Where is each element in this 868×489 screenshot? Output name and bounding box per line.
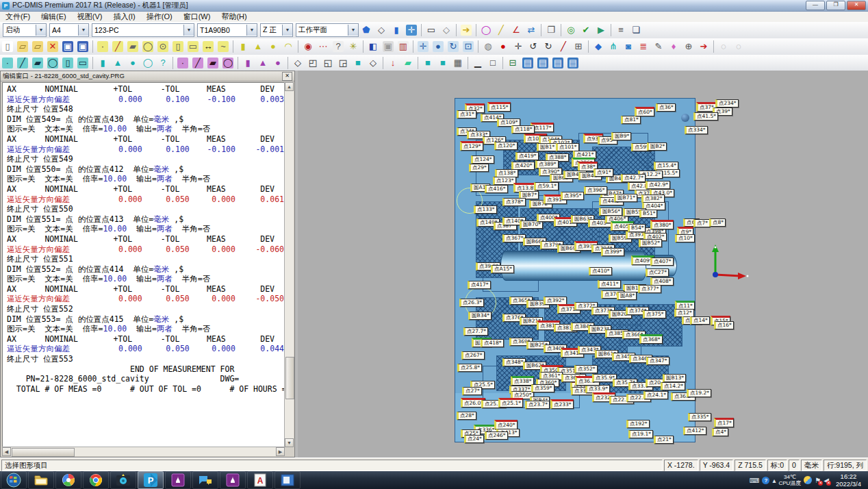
edit-window-content[interactable]: AX NOMINAL+TOL-TOLMEASDEV逼近矢量方向偏差0.0000.… [2,82,285,447]
feature-label[interactable]: B54* [628,224,646,232]
feature-label[interactable]: 点233* [550,399,574,409]
feature-label[interactable]: 点338* [511,376,534,386]
scroll-thumb[interactable] [285,357,294,399]
feature-label[interactable]: 点267* [461,351,485,360]
feature-label[interactable]: 点246* [485,431,508,440]
open-folder-button[interactable]: ▱ [16,40,29,53]
close-button[interactable]: ✕ [847,1,866,10]
scroll-right-icon[interactable]: ▶ [276,447,285,456]
feature-label[interactable]: 点8* [709,218,726,227]
blue-window[interactable] [275,471,301,489]
copy-pages-button[interactable]: ❐ [544,23,558,37]
feature-label[interactable]: 圆B9* [611,132,631,140]
save-gray-button[interactable]: ▣ [381,40,395,53]
feature-label[interactable]: 点407* [650,258,674,266]
feature-label[interactable]: 点4* [712,428,728,436]
edit-window-close-icon[interactable]: ✕ [282,72,292,81]
edit-window-titlebar[interactable]: 编辑窗口 - 21-8228_6000_std_cavity.PRG ✕ [1,71,294,82]
help-tray-icon[interactable]: ? [762,477,769,484]
chevron-down-icon[interactable]: ▼ [78,25,88,36]
cad-view[interactable]: 点32*点115*点31*点414*点109*点34*点333*点126*点12… [298,71,868,457]
feature-label[interactable]: 圆B71* [614,194,637,202]
restore-button[interactable]: ❐ [826,1,845,10]
feature-label[interactable]: 点7* [693,219,710,227]
half-view-button[interactable]: ◧ [366,40,380,53]
view-solid-button[interactable]: ■ [351,56,365,70]
feature-label[interactable]: 点115* [487,102,511,112]
feature-label[interactable]: 点A15* [491,265,514,273]
probe-mode-button[interactable]: ⬟ [359,23,373,37]
cube-mode-button[interactable]: ◇ [374,23,388,37]
auto-cylinder-button[interactable]: ▮ [96,56,110,70]
solid-part-button[interactable]: ◆ [591,40,605,53]
editor-horizontal-scrollbar[interactable]: ◀ ▶ [2,447,285,456]
cpu-temp-widget[interactable]: 34℃ CPU温度 [778,474,801,486]
feature-label[interactable]: 点352* [574,365,598,373]
feature-label[interactable]: 点19.1* [628,430,653,438]
auto-circle-button[interactable]: ◯ [46,56,60,70]
feature-label[interactable]: 圆B1* [537,143,557,151]
feature-label[interactable]: 点129* [460,141,483,151]
capture-camera-button[interactable]: ◙ [622,40,635,53]
view-wire-button[interactable]: ◇ [366,56,380,70]
constructed-plane-button[interactable]: ▰ [206,56,220,70]
messenger[interactable] [192,471,218,489]
feature-label[interactable]: 圆B2* [647,142,667,151]
feature-label[interactable]: 点124* [471,155,494,164]
view-move-button[interactable]: ✛ [416,40,430,53]
feature-label[interactable]: 点31* [457,110,476,118]
toggle-mode-button[interactable]: ↔ [201,40,215,53]
comment-button[interactable]: ▭ [424,23,438,37]
lamp-button[interactable]: ♦ [667,40,680,53]
mesh-sphere-button[interactable]: ✳ [346,40,360,53]
auto-sphere-button[interactable]: ● [126,56,140,70]
shaded-cube-1-button[interactable]: ■ [421,56,435,70]
menu-item-6[interactable]: 帮助(H) [216,11,252,23]
feature-label[interactable]: 点347* [646,357,669,365]
auto-square-slot-button[interactable]: ▭ [76,56,90,70]
feature-label[interactable]: 点417* [468,281,491,289]
feature-label[interactable]: 点21* [654,436,674,444]
menu-item-1[interactable]: 编辑(E) [36,11,72,23]
feature-label[interactable]: 点133* [474,205,497,214]
scroll-left-icon[interactable]: ◀ [2,447,11,456]
camera-app[interactable] [110,471,136,489]
menu-item-3[interactable]: 插入(I) [107,11,140,23]
view-zoom-button[interactable]: ⊡ [461,40,475,53]
feature-label[interactable]: 点120* [494,142,518,150]
toolbox-button[interactable]: ≡ [614,23,628,37]
feature-label[interactable]: 点375* [643,310,666,318]
level-plane-button[interactable]: ▰ [401,56,415,70]
line-tool-button[interactable]: ╱ [494,23,508,37]
workplane-combo[interactable]: 工作平面▼ [296,23,359,37]
feature-label[interactable]: 点410* [589,267,612,275]
chevron-down-icon[interactable]: ▼ [282,25,292,36]
feature-label[interactable]: 点91* [593,168,613,177]
report-view-4-button[interactable]: ▤ [566,56,580,70]
constructed-cone-button[interactable]: ▲ [256,56,270,70]
chrome[interactable] [83,471,109,489]
feature-label[interactable]: 点416* [485,185,508,193]
minimize-button[interactable]: — [806,1,825,10]
menu-item-2[interactable]: 视图(V) [72,11,108,23]
edit-window-layout-button[interactable]: ❏ [629,23,643,37]
feature-label[interactable]: 点378* [502,198,526,206]
feature-label[interactable]: 点395* [561,192,584,200]
constructed-circle-button[interactable]: ◯ [221,56,235,70]
feature-label[interactable]: 点23.7* [525,401,550,409]
pc-dmis[interactable]: P [138,471,164,489]
feature-label[interactable]: 点14* [690,316,710,325]
view-front-button[interactable]: ◰ [306,56,320,70]
minimize-window-button[interactable]: ▁ [471,56,485,70]
feature-label[interactable]: 点368* [639,334,663,344]
feature-label[interactable]: 点42.9* [646,181,670,189]
scroll-down-icon[interactable]: ▼ [285,438,294,447]
startup-combo[interactable]: 启动▼ [3,23,47,37]
feature-label[interactable]: 点118* [511,125,535,134]
path-pins-button[interactable]: ⋯ [316,40,330,53]
feature-label[interactable]: 圆B52* [639,239,662,247]
feature-label[interactable]: 点24* [464,435,484,443]
measured-point-button[interactable]: · [96,40,110,53]
rotate-3d-button[interactable]: ↻ [541,40,555,53]
feature-label[interactable]: 点348* [502,358,526,366]
